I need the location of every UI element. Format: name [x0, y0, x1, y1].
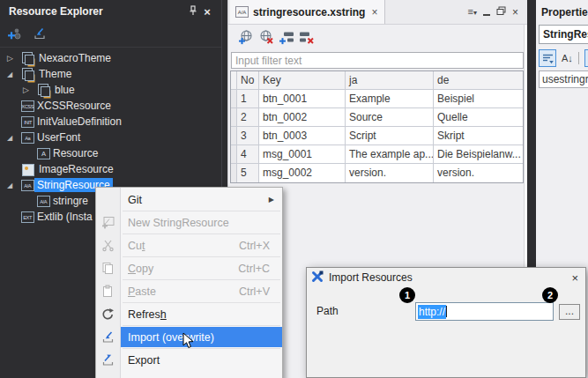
- init-icon: INIT: [21, 116, 34, 128]
- cell-de[interactable]: Skript: [434, 127, 523, 145]
- cell-ja[interactable]: Script: [346, 127, 434, 145]
- theme-icon: [37, 84, 52, 96]
- row-gutter: [231, 71, 237, 89]
- tab-label: stringresource.xstring: [253, 6, 365, 19]
- menu-separator: [123, 302, 280, 303]
- browse-button[interactable]: ...: [559, 304, 580, 320]
- cell-de[interactable]: Quelle: [434, 108, 523, 126]
- property-row[interactable]: usestringresource: [539, 70, 588, 88]
- cell-no: 5: [237, 164, 259, 182]
- dialog-titlebar[interactable]: Import Resources ×: [307, 268, 585, 287]
- paste-icon: [101, 285, 115, 299]
- add-language-icon[interactable]: [238, 29, 254, 48]
- theme-icon: [21, 68, 36, 80]
- menu-item-label: New StringResource: [128, 217, 229, 229]
- tree-item-font-resource[interactable]: A Resource: [0, 145, 221, 161]
- menu-item-git[interactable]: Git ▶: [96, 189, 282, 210]
- menu-item-label: Import (overwrite): [128, 331, 214, 344]
- tree-item-xcssresource[interactable]: XCSS XCSSResource: [0, 98, 221, 114]
- tab-list-menu-icon[interactable]: ≡▾: [468, 7, 477, 17]
- dialog-title: Import Resources: [329, 271, 413, 284]
- tree-item-label: XCSSResource: [34, 99, 114, 113]
- tree-item-label: stringre: [50, 194, 91, 208]
- font-resource-icon: A: [37, 148, 50, 159]
- cell-key[interactable]: btn_0002: [259, 108, 346, 126]
- tree-item-imageresource[interactable]: ImageResource: [0, 161, 221, 177]
- menu-item-copy[interactable]: Copy Ctrl+C: [96, 258, 282, 278]
- tree-item-blue[interactable]: ▷ blue: [0, 82, 221, 98]
- tree-item-theme[interactable]: ◢ Theme: [0, 66, 221, 82]
- close-icon[interactable]: ×: [512, 7, 518, 18]
- column-header-no[interactable]: No: [237, 71, 259, 89]
- menu-item-export[interactable]: Export: [96, 350, 282, 370]
- table-row[interactable]: 3 btn_0003 Script Skript: [231, 127, 523, 145]
- cell-key[interactable]: btn_0003: [259, 127, 346, 145]
- tree-item-initvaluedefinition[interactable]: INIT InitValueDefinition: [0, 114, 221, 130]
- pin-icon[interactable]: [186, 5, 200, 19]
- expanded-arrow-icon[interactable]: ◢: [7, 134, 21, 142]
- collapsed-arrow-icon[interactable]: ▷: [7, 54, 21, 63]
- import-resources-dialog: Import Resources × Path http:// ... 1 2: [306, 267, 586, 378]
- close-icon[interactable]: ×: [200, 5, 214, 19]
- cell-de[interactable]: Beispiel: [434, 90, 523, 107]
- import-resource-icon[interactable]: [33, 26, 47, 43]
- row-gutter: [231, 90, 237, 107]
- tree-item-nexacrotheme[interactable]: ▷ NexacroTheme: [0, 50, 221, 66]
- menu-item-refresh[interactable]: Refresh: [96, 304, 282, 324]
- cell-de[interactable]: Die Beispielanw...: [434, 145, 523, 163]
- categorized-view-icon[interactable]: [539, 49, 556, 67]
- path-label: Path: [316, 305, 339, 317]
- tree-item-label: InitValueDefinition: [34, 115, 124, 129]
- nexacro-logo-icon: [311, 271, 324, 285]
- table-row[interactable]: 1 btn_0001 Example Beispiel: [231, 90, 523, 108]
- menu-shortcut: Ctrl+C: [238, 263, 282, 275]
- tab-stringresource-xstring[interactable]: A/A stringresource.xstring ×: [230, 0, 385, 24]
- tree-item-label: blue: [52, 83, 78, 97]
- menu-separator: [123, 211, 280, 211]
- cell-no: 2: [237, 108, 259, 126]
- cell-ja[interactable]: The example ap...: [346, 145, 434, 163]
- column-header-de[interactable]: de: [434, 71, 523, 89]
- extlib-icon: EXT: [21, 211, 34, 223]
- delete-language-icon[interactable]: [258, 29, 274, 48]
- cell-ja[interactable]: Source: [346, 108, 434, 126]
- table-row[interactable]: 5 msg_0002 version. version.: [231, 164, 523, 182]
- column-header-key[interactable]: Key: [259, 71, 346, 89]
- menu-item-paste[interactable]: Paste Ctrl+V: [96, 281, 282, 301]
- object-selector[interactable]: StringResource: [539, 25, 588, 44]
- filter-input[interactable]: [231, 52, 524, 69]
- delete-key-icon[interactable]: [299, 29, 315, 48]
- table-header-row: No Key ja de: [231, 71, 523, 90]
- sort-alpha-icon[interactable]: A↓: [562, 53, 573, 63]
- minimize-icon[interactable]: [483, 14, 490, 16]
- expanded-arrow-icon[interactable]: ◢: [7, 70, 21, 78]
- restore-icon[interactable]: [496, 6, 506, 19]
- close-icon[interactable]: ×: [571, 271, 578, 285]
- menu-item-new-stringresource[interactable]: New StringResource: [96, 212, 282, 233]
- menu-item-label: Export: [128, 354, 160, 367]
- row-gutter: [231, 127, 237, 145]
- add-key-icon[interactable]: [279, 29, 294, 48]
- add-resource-icon[interactable]: [7, 26, 22, 43]
- cell-key[interactable]: msg_0001: [259, 145, 346, 163]
- tree-item-label: NexacroTheme: [36, 51, 114, 65]
- menu-item-cut[interactable]: Cut Ctrl+X: [96, 235, 282, 256]
- path-input[interactable]: http://: [415, 302, 554, 321]
- tab-close-icon[interactable]: ×: [371, 6, 377, 19]
- cut-icon: [101, 239, 115, 253]
- cell-ja[interactable]: version.: [346, 164, 434, 182]
- cell-key[interactable]: btn_0001: [259, 90, 346, 107]
- menu-separator: [123, 233, 280, 234]
- step-badge-1: 1: [399, 287, 415, 303]
- cell-key[interactable]: msg_0002: [259, 164, 346, 182]
- property-view-icon[interactable]: [584, 49, 588, 67]
- collapsed-arrow-icon[interactable]: ▷: [23, 85, 37, 94]
- cell-ja[interactable]: Example: [346, 90, 434, 107]
- table-row[interactable]: 4 msg_0001 The example ap... Die Beispie…: [231, 145, 523, 164]
- expanded-arrow-icon[interactable]: ◢: [7, 182, 21, 189]
- cell-de[interactable]: version.: [434, 164, 523, 182]
- tree-item-userfont[interactable]: ◢ Aa UserFont: [0, 130, 221, 145]
- menu-shortcut: Ctrl+X: [239, 240, 282, 252]
- table-row[interactable]: 2 btn_0002 Source Quelle: [231, 108, 523, 127]
- column-header-ja[interactable]: ja: [346, 71, 434, 89]
